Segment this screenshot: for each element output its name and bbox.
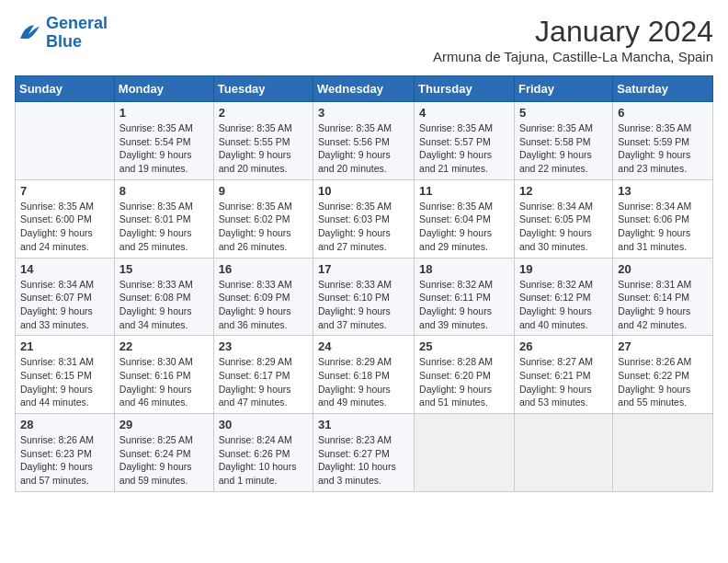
- calendar-cell: 13Sunrise: 8:34 AMSunset: 6:06 PMDayligh…: [613, 179, 713, 258]
- day-number: 10: [318, 184, 409, 198]
- calendar-week-row: 1Sunrise: 8:35 AMSunset: 5:54 PMDaylight…: [16, 102, 713, 180]
- day-number: 16: [219, 262, 308, 276]
- day-info: Sunrise: 8:26 AMSunset: 6:22 PMDaylight:…: [618, 355, 708, 409]
- logo-line2: Blue: [46, 32, 82, 51]
- calendar-cell: 29Sunrise: 8:25 AMSunset: 6:24 PMDayligh…: [114, 414, 213, 492]
- calendar-cell: [415, 414, 515, 492]
- day-info: Sunrise: 8:32 AMSunset: 6:11 PMDaylight:…: [419, 278, 509, 332]
- calendar-cell: [514, 414, 612, 492]
- calendar-cell: 9Sunrise: 8:35 AMSunset: 6:02 PMDaylight…: [213, 179, 313, 258]
- logo-icon: [15, 19, 42, 47]
- calendar-week-row: 21Sunrise: 8:31 AMSunset: 6:15 PMDayligh…: [16, 336, 713, 414]
- day-info: Sunrise: 8:35 AMSunset: 5:59 PMDaylight:…: [618, 121, 708, 176]
- day-info: Sunrise: 8:31 AMSunset: 6:15 PMDaylight:…: [20, 355, 109, 409]
- day-number: 6: [618, 106, 708, 120]
- day-number: 24: [318, 339, 409, 353]
- weekday-header-saturday: Saturday: [613, 76, 713, 102]
- calendar-cell: [613, 414, 713, 492]
- day-info: Sunrise: 8:27 AMSunset: 6:21 PMDaylight:…: [519, 355, 608, 409]
- calendar-cell: 16Sunrise: 8:33 AMSunset: 6:09 PMDayligh…: [213, 258, 313, 336]
- day-info: Sunrise: 8:35 AMSunset: 6:01 PMDaylight:…: [119, 200, 209, 254]
- day-info: Sunrise: 8:35 AMSunset: 5:57 PMDaylight:…: [419, 121, 509, 176]
- day-info: Sunrise: 8:24 AMSunset: 6:26 PMDaylight:…: [219, 433, 308, 488]
- day-number: 17: [318, 262, 409, 276]
- day-number: 2: [219, 106, 308, 120]
- day-info: Sunrise: 8:28 AMSunset: 6:20 PMDaylight:…: [419, 355, 509, 409]
- calendar-cell: 18Sunrise: 8:32 AMSunset: 6:11 PMDayligh…: [415, 258, 515, 336]
- day-number: 4: [419, 106, 509, 120]
- weekday-header-friday: Friday: [514, 76, 612, 102]
- calendar-table: SundayMondayTuesdayWednesdayThursdayFrid…: [15, 75, 713, 492]
- title-section: January 2024 Armuna de Tajuna, Castille-…: [433, 15, 713, 64]
- day-number: 9: [219, 184, 308, 198]
- day-number: 15: [119, 262, 209, 276]
- day-number: 11: [419, 184, 509, 198]
- calendar-week-row: 14Sunrise: 8:34 AMSunset: 6:07 PMDayligh…: [16, 258, 713, 336]
- weekday-header-sunday: Sunday: [16, 76, 115, 102]
- calendar-cell: 26Sunrise: 8:27 AMSunset: 6:21 PMDayligh…: [514, 336, 612, 414]
- weekday-header-row: SundayMondayTuesdayWednesdayThursdayFrid…: [16, 76, 713, 102]
- logo-line1: General: [46, 14, 108, 32]
- day-info: Sunrise: 8:29 AMSunset: 6:18 PMDaylight:…: [318, 355, 409, 409]
- calendar-cell: 14Sunrise: 8:34 AMSunset: 6:07 PMDayligh…: [16, 258, 115, 336]
- calendar-cell: 22Sunrise: 8:30 AMSunset: 6:16 PMDayligh…: [114, 336, 213, 414]
- day-number: 23: [219, 339, 308, 353]
- calendar-cell: 12Sunrise: 8:34 AMSunset: 6:05 PMDayligh…: [514, 179, 612, 258]
- day-info: Sunrise: 8:34 AMSunset: 6:06 PMDaylight:…: [618, 200, 708, 254]
- day-number: 3: [318, 106, 409, 120]
- calendar-cell: [16, 102, 115, 180]
- page-header: General Blue January 2024 Armuna de Taju…: [15, 15, 713, 64]
- day-info: Sunrise: 8:33 AMSunset: 6:10 PMDaylight:…: [318, 278, 409, 332]
- day-number: 25: [419, 339, 509, 353]
- calendar-cell: 30Sunrise: 8:24 AMSunset: 6:26 PMDayligh…: [213, 414, 313, 492]
- day-info: Sunrise: 8:29 AMSunset: 6:17 PMDaylight:…: [219, 355, 308, 409]
- logo: General Blue: [15, 15, 108, 52]
- calendar-cell: 28Sunrise: 8:26 AMSunset: 6:23 PMDayligh…: [16, 414, 115, 492]
- weekday-header-thursday: Thursday: [415, 76, 515, 102]
- day-info: Sunrise: 8:35 AMSunset: 5:55 PMDaylight:…: [219, 121, 308, 176]
- calendar-cell: 2Sunrise: 8:35 AMSunset: 5:55 PMDaylight…: [213, 102, 313, 180]
- day-info: Sunrise: 8:35 AMSunset: 6:03 PMDaylight:…: [318, 200, 409, 254]
- logo-text: General Blue: [46, 15, 108, 52]
- day-number: 29: [119, 418, 209, 431]
- day-number: 21: [20, 339, 109, 353]
- calendar-cell: 15Sunrise: 8:33 AMSunset: 6:08 PMDayligh…: [114, 258, 213, 336]
- calendar-cell: 11Sunrise: 8:35 AMSunset: 6:04 PMDayligh…: [415, 179, 515, 258]
- day-number: 28: [20, 418, 109, 431]
- day-info: Sunrise: 8:33 AMSunset: 6:08 PMDaylight:…: [119, 278, 209, 332]
- calendar-week-row: 7Sunrise: 8:35 AMSunset: 6:00 PMDaylight…: [16, 179, 713, 258]
- day-info: Sunrise: 8:32 AMSunset: 6:12 PMDaylight:…: [519, 278, 608, 332]
- day-info: Sunrise: 8:31 AMSunset: 6:14 PMDaylight:…: [618, 278, 708, 332]
- day-info: Sunrise: 8:33 AMSunset: 6:09 PMDaylight:…: [219, 278, 308, 332]
- day-info: Sunrise: 8:26 AMSunset: 6:23 PMDaylight:…: [20, 433, 109, 488]
- day-info: Sunrise: 8:35 AMSunset: 6:04 PMDaylight:…: [419, 200, 509, 254]
- calendar-cell: 5Sunrise: 8:35 AMSunset: 5:58 PMDaylight…: [514, 102, 612, 180]
- calendar-cell: 20Sunrise: 8:31 AMSunset: 6:14 PMDayligh…: [613, 258, 713, 336]
- weekday-header-wednesday: Wednesday: [313, 76, 415, 102]
- calendar-cell: 21Sunrise: 8:31 AMSunset: 6:15 PMDayligh…: [16, 336, 115, 414]
- day-number: 19: [519, 262, 608, 276]
- day-number: 22: [119, 339, 209, 353]
- day-number: 7: [20, 184, 109, 198]
- calendar-cell: 1Sunrise: 8:35 AMSunset: 5:54 PMDaylight…: [114, 102, 213, 180]
- day-number: 30: [219, 418, 308, 431]
- day-info: Sunrise: 8:23 AMSunset: 6:27 PMDaylight:…: [318, 433, 409, 488]
- calendar-week-row: 28Sunrise: 8:26 AMSunset: 6:23 PMDayligh…: [16, 414, 713, 492]
- day-info: Sunrise: 8:25 AMSunset: 6:24 PMDaylight:…: [119, 433, 209, 488]
- calendar-cell: 25Sunrise: 8:28 AMSunset: 6:20 PMDayligh…: [415, 336, 515, 414]
- day-number: 14: [20, 262, 109, 276]
- day-info: Sunrise: 8:35 AMSunset: 5:58 PMDaylight:…: [519, 121, 608, 176]
- day-number: 5: [519, 106, 608, 120]
- day-info: Sunrise: 8:34 AMSunset: 6:07 PMDaylight:…: [20, 278, 109, 332]
- calendar-cell: 4Sunrise: 8:35 AMSunset: 5:57 PMDaylight…: [415, 102, 515, 180]
- calendar-subtitle: Armuna de Tajuna, Castille-La Mancha, Sp…: [433, 49, 713, 64]
- day-number: 27: [618, 339, 708, 353]
- calendar-cell: 19Sunrise: 8:32 AMSunset: 6:12 PMDayligh…: [514, 258, 612, 336]
- day-number: 31: [318, 418, 409, 431]
- calendar-cell: 7Sunrise: 8:35 AMSunset: 6:00 PMDaylight…: [16, 179, 115, 258]
- day-number: 20: [618, 262, 708, 276]
- day-number: 12: [519, 184, 608, 198]
- calendar-cell: 31Sunrise: 8:23 AMSunset: 6:27 PMDayligh…: [313, 414, 415, 492]
- calendar-cell: 8Sunrise: 8:35 AMSunset: 6:01 PMDaylight…: [114, 179, 213, 258]
- day-number: 18: [419, 262, 509, 276]
